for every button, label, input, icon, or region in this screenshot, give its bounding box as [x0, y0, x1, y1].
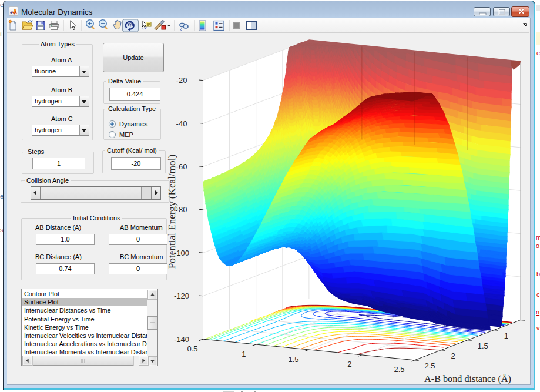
svg-text:A-B bond distance (Å): A-B bond distance (Å)	[424, 374, 511, 384]
svg-text:-120: -120	[174, 292, 189, 300]
svg-text:1.5: 1.5	[288, 355, 298, 364]
svg-text:-140: -140	[174, 335, 189, 344]
svg-text:1: 1	[242, 350, 246, 359]
svg-text:-80: -80	[176, 205, 187, 214]
svg-text:2.5: 2.5	[425, 361, 435, 370]
svg-text:1: 1	[504, 331, 508, 340]
svg-text:-60: -60	[176, 162, 187, 171]
svg-text:1.5: 1.5	[478, 341, 488, 350]
svg-text:-20: -20	[176, 76, 187, 85]
svg-text:0.5: 0.5	[187, 344, 197, 353]
svg-text:Potential Energy (Kcal/mol): Potential Energy (Kcal/mol)	[166, 155, 177, 269]
svg-text:2: 2	[451, 351, 455, 360]
svg-text:-40: -40	[176, 119, 187, 128]
svg-text:2: 2	[347, 360, 351, 368]
svg-text:2.5: 2.5	[394, 365, 404, 374]
